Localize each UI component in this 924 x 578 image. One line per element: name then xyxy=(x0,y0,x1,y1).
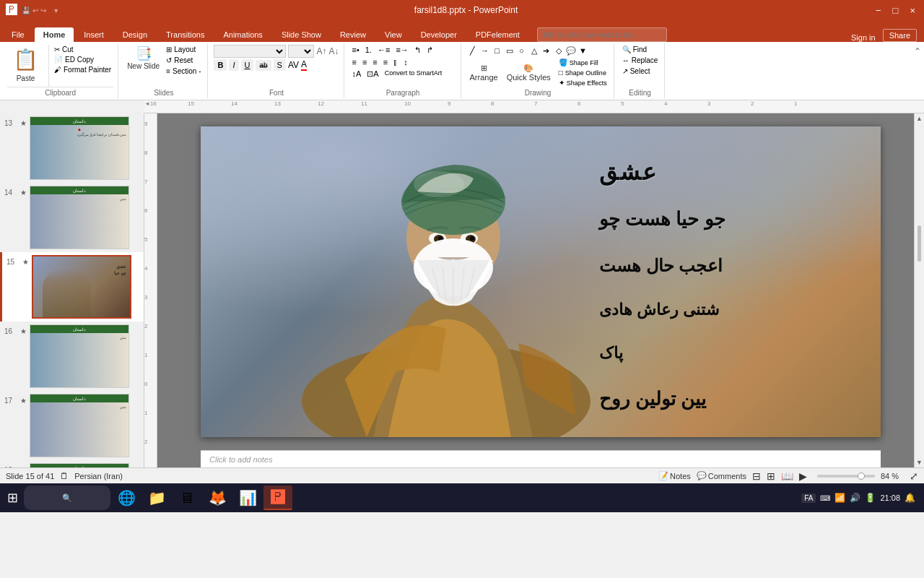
layout-button[interactable]: ⊞ Layout xyxy=(164,45,203,54)
quick-styles-button[interactable]: 🎨 Quick Styles xyxy=(504,62,554,83)
strikethrough-button[interactable]: ab xyxy=(256,60,271,71)
cut-button[interactable]: ✂ Cut xyxy=(52,45,113,54)
slide-thumb-14[interactable]: 14 ★ داستان متن xyxy=(0,183,144,252)
reset-button[interactable]: ↺ Reset xyxy=(164,56,203,65)
shape-fill-btn[interactable]: 🪣 Shape Fill xyxy=(557,58,609,67)
shape-outline-btn[interactable]: □ Shape Outline xyxy=(557,68,609,77)
rect-tool[interactable]: □ xyxy=(492,45,503,56)
tab-developer[interactable]: Developer xyxy=(412,27,466,42)
decrease-font-btn[interactable]: A↓ xyxy=(329,46,339,56)
align-center-btn[interactable]: ≡ xyxy=(360,57,369,67)
rtl-btn[interactable]: ↰ xyxy=(412,45,423,56)
view-slide-sorter-btn[interactable]: ⊞ xyxy=(767,470,775,482)
decrease-indent-btn[interactable]: ←≡ xyxy=(375,45,392,56)
bold-button[interactable]: B xyxy=(214,59,227,71)
convert-smartart-btn[interactable]: Convert to SmartArt xyxy=(383,69,445,79)
align-right-btn[interactable]: ≡ xyxy=(370,57,379,67)
callout-shape[interactable]: 💬 xyxy=(565,45,577,56)
oval-tool[interactable]: ○ xyxy=(516,45,528,56)
tray-clock[interactable]: 21:08 xyxy=(880,493,900,502)
paste-button[interactable]: 📋 xyxy=(7,45,44,74)
justify-btn[interactable]: ≡ xyxy=(381,57,390,67)
line-spacing-btn[interactable]: ↕ xyxy=(401,57,410,67)
tray-notification[interactable]: 🔔 xyxy=(905,493,915,503)
taskbar-explorer[interactable]: 📁 xyxy=(142,486,171,510)
format-painter-button[interactable]: 🖌 Format Painter xyxy=(52,65,113,74)
slide-thumb-18[interactable]: 18 ★ داستان متن xyxy=(0,460,144,467)
ltr-btn[interactable]: ↱ xyxy=(424,45,435,56)
taskbar-monitor[interactable]: 🖥 xyxy=(173,486,201,510)
font-name-select[interactable] xyxy=(214,45,286,58)
right-arrow-shape[interactable]: ➔ xyxy=(541,45,552,56)
share-button[interactable]: Share xyxy=(883,29,917,42)
notes-status-btn[interactable]: 📝 Notes xyxy=(658,471,691,480)
slide-thumb-17[interactable]: 17 ★ داستان متن xyxy=(0,391,144,460)
minimize-button[interactable]: − xyxy=(873,5,884,16)
tab-transitions[interactable]: Transitions xyxy=(157,27,213,42)
increase-indent-btn[interactable]: ≡→ xyxy=(393,45,410,56)
new-slide-button[interactable]: 📑 New Slide xyxy=(124,45,162,72)
zoom-thumb[interactable] xyxy=(858,473,865,480)
taskbar-search[interactable]: 🔍 xyxy=(24,486,110,510)
start-button[interactable]: ⊞ xyxy=(3,486,22,510)
find-button[interactable]: 🔍 Find xyxy=(620,45,661,54)
copy-button[interactable]: 📄 ED Copy xyxy=(52,55,113,64)
more-shapes[interactable]: ▼ xyxy=(578,45,589,56)
comments-status-btn[interactable]: 💬 Comments xyxy=(697,471,746,480)
scroll-thumb[interactable] xyxy=(918,225,921,262)
view-reading-btn[interactable]: 📖 xyxy=(781,470,793,482)
tab-view[interactable]: View xyxy=(376,27,411,42)
rounded-rect-tool[interactable]: ▭ xyxy=(504,45,515,56)
canvas-scrollbar-v[interactable]: ▲ ▼ xyxy=(914,113,924,467)
font-color-btn[interactable]: A xyxy=(301,59,307,71)
tab-file[interactable]: File xyxy=(3,27,33,42)
taskbar-firefox[interactable]: 🦊 xyxy=(203,486,232,510)
tab-slideshow[interactable]: Slide Show xyxy=(273,27,330,42)
scroll-up-arrow[interactable]: ▲ xyxy=(915,113,924,124)
shape-effects-btn[interactable]: ✦ Shape Effects xyxy=(557,78,609,87)
quick-access-more[interactable]: ▼ xyxy=(53,7,59,14)
quick-access-save[interactable]: 💾 xyxy=(22,7,30,14)
section-button[interactable]: ≡ Section - xyxy=(164,66,203,76)
zoom-fit-btn[interactable]: ⤢ xyxy=(910,470,918,482)
replace-button[interactable]: ↔ Replace xyxy=(620,56,661,65)
align-text-btn[interactable]: ⊡A xyxy=(365,69,380,79)
tell-me-input[interactable] xyxy=(537,27,667,42)
italic-button[interactable]: I xyxy=(229,59,238,71)
sign-in-button[interactable]: Sign in xyxy=(851,33,876,42)
align-left-btn[interactable]: ≡ xyxy=(350,57,359,67)
numbering-btn[interactable]: 1. xyxy=(363,45,374,56)
arrow-tool[interactable]: → xyxy=(479,45,491,56)
tab-animations[interactable]: Animations xyxy=(214,27,271,42)
scroll-down-arrow[interactable]: ▼ xyxy=(915,457,924,467)
diamond-shape[interactable]: ◇ xyxy=(553,45,565,56)
triangle-tool[interactable]: △ xyxy=(528,45,540,56)
bullets-btn[interactable]: ≡• xyxy=(350,45,362,56)
taskbar-excel[interactable]: 📊 xyxy=(233,486,262,510)
font-size-select[interactable] xyxy=(288,45,314,58)
char-spacing-btn[interactable]: AV xyxy=(288,60,299,70)
arrange-button[interactable]: ⊞ Arrange xyxy=(467,62,501,83)
increase-font-btn[interactable]: A↑ xyxy=(316,46,326,56)
ribbon-collapse[interactable]: ⌃ xyxy=(914,43,921,98)
slide-thumb-13[interactable]: 13 ★ داستان ◆ متن داستان در اینجا قرار م… xyxy=(0,113,144,183)
quick-access-undo[interactable]: ↩ xyxy=(32,7,38,14)
quick-access-redo[interactable]: ↪ xyxy=(40,7,46,14)
line-tool[interactable]: ╱ xyxy=(467,45,479,56)
shadow-button[interactable]: S xyxy=(274,59,286,71)
maximize-button[interactable]: □ xyxy=(890,5,902,16)
tab-insert[interactable]: Insert xyxy=(75,27,113,42)
taskbar-browser[interactable]: 🌐 xyxy=(112,486,141,510)
slide-thumb-15[interactable]: 15 ★ عشقچو حیا xyxy=(0,252,144,322)
tab-home[interactable]: Home xyxy=(35,27,74,42)
zoom-slider[interactable] xyxy=(817,475,875,478)
underline-button[interactable]: U xyxy=(241,59,254,71)
notes-area[interactable]: Click to add notes xyxy=(201,450,881,467)
tab-review[interactable]: Review xyxy=(331,27,375,42)
select-button[interactable]: ↗ Select xyxy=(620,66,661,76)
tab-pdfelement[interactable]: PDFelement xyxy=(467,27,528,42)
text-direction-btn[interactable]: ↕A xyxy=(350,69,364,79)
close-button[interactable]: × xyxy=(907,5,918,16)
view-slideshow-btn[interactable]: ▶ xyxy=(799,470,807,482)
columns-btn[interactable]: ⫿ xyxy=(391,57,400,67)
